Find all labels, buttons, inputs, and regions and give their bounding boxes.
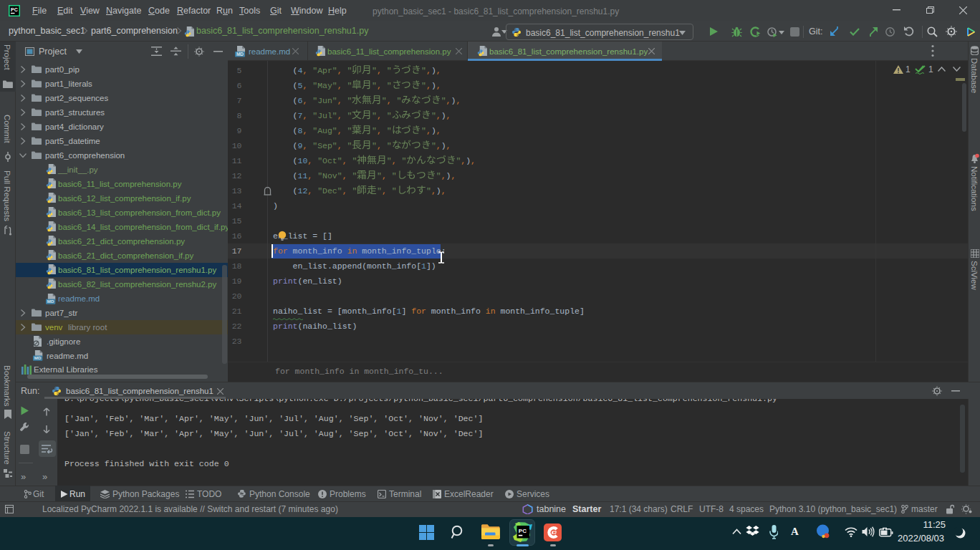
svg-text:PC: PC — [519, 528, 527, 534]
svg-text:PC: PC — [11, 7, 18, 12]
